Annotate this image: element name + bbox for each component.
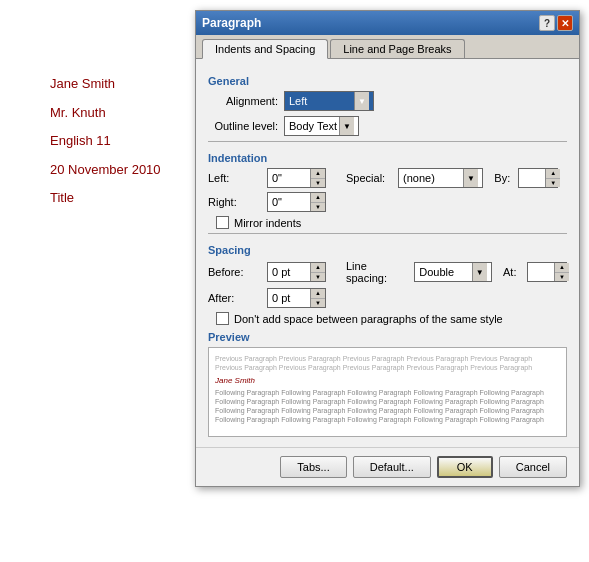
special-dropdown-arrow: ▼ <box>463 169 478 187</box>
dont-add-space-label: Don't add space between paragraphs of th… <box>234 313 503 325</box>
left-spinbox[interactable]: ▲ ▼ <box>267 168 326 188</box>
before-spin-buttons: ▲ ▼ <box>310 263 325 281</box>
by-spin-up[interactable]: ▲ <box>546 169 560 179</box>
tabs-button[interactable]: Tabs... <box>280 456 346 478</box>
left-input[interactable] <box>268 169 310 187</box>
before-spin-up[interactable]: ▲ <box>311 263 325 273</box>
indentation-section: Indentation Left: ▲ ▼ Special: (n <box>208 141 567 229</box>
tab-bar: Indents and Spacing Line and Page Breaks <box>196 35 579 59</box>
line-spacing-col: Line spacing: Double ▼ At: ▲ ▼ <box>346 260 567 284</box>
by-spin-buttons: ▲ ▼ <box>545 169 560 187</box>
right-spinbox[interactable]: ▲ ▼ <box>267 192 326 212</box>
doc-line-2: Mr. Knuth <box>50 99 161 128</box>
outline-dropdown[interactable]: Body Text ▼ <box>284 116 359 136</box>
special-dropdown[interactable]: (none) ▼ <box>398 168 483 188</box>
after-spin-up[interactable]: ▲ <box>311 289 325 299</box>
after-col: After: ▲ ▼ <box>208 288 326 308</box>
doc-line-1: Jane Smith <box>50 70 161 99</box>
special-col: Special: (none) ▼ By: ▲ ▼ <box>346 168 558 188</box>
indentation-section-header: Indentation <box>208 152 567 164</box>
close-button[interactable]: ✕ <box>557 15 573 31</box>
at-spin-buttons: ▲ ▼ <box>554 263 569 281</box>
alignment-row: Alignment: Left ▼ <box>208 91 567 111</box>
right-spin-up[interactable]: ▲ <box>311 193 325 203</box>
before-label: Before: <box>208 266 263 278</box>
after-spinbox[interactable]: ▲ ▼ <box>267 288 326 308</box>
at-label: At: <box>503 266 523 278</box>
at-input[interactable] <box>528 263 554 281</box>
dont-add-space-row: Don't add space between paragraphs of th… <box>216 312 567 325</box>
left-spin-up[interactable]: ▲ <box>311 169 325 179</box>
general-section-header: General <box>208 75 567 87</box>
after-spin-buttons: ▲ ▼ <box>310 289 325 307</box>
line-spacing-dropdown[interactable]: Double ▼ <box>414 262 491 282</box>
preview-container: Preview Previous Paragraph Previous Para… <box>208 331 567 437</box>
right-label: Right: <box>208 196 263 208</box>
spacing-section: Spacing Before: ▲ ▼ Line spacing: <box>208 233 567 325</box>
after-input[interactable] <box>268 289 310 307</box>
cancel-button[interactable]: Cancel <box>499 456 567 478</box>
right-spin-buttons: ▲ ▼ <box>310 193 325 211</box>
before-spin-down[interactable]: ▼ <box>311 273 325 282</box>
title-bar-buttons: ? ✕ <box>539 15 573 31</box>
by-spinbox[interactable]: ▲ ▼ <box>518 168 558 188</box>
mirror-indents-label: Mirror indents <box>234 217 301 229</box>
tab-line-page-breaks[interactable]: Line and Page Breaks <box>330 39 464 58</box>
preview-name-text: Jane Smith <box>215 376 560 385</box>
right-spin-down[interactable]: ▼ <box>311 203 325 212</box>
by-input[interactable] <box>519 169 545 187</box>
title-bar: Paragraph ? ✕ <box>196 11 579 35</box>
paragraph-dialog: Paragraph ? ✕ Indents and Spacing Line a… <box>195 10 580 487</box>
alignment-dropdown-arrow: ▼ <box>354 92 369 110</box>
before-input[interactable] <box>268 263 310 281</box>
after-spin-down[interactable]: ▼ <box>311 299 325 308</box>
right-indent-col: Right: ▲ ▼ <box>208 192 326 212</box>
after-label: After: <box>208 292 263 304</box>
outline-label: Outline level: <box>208 120 278 132</box>
dialog-body: General Alignment: Left ▼ Outline level:… <box>196 59 579 447</box>
right-input[interactable] <box>268 193 310 211</box>
outline-row: Outline level: Body Text ▼ <box>208 116 567 136</box>
doc-line-3: English 11 <box>50 127 161 156</box>
doc-line-4: 20 November 2010 <box>50 156 161 185</box>
alignment-label: Alignment: <box>208 95 278 107</box>
at-spinbox[interactable]: ▲ ▼ <box>527 262 567 282</box>
default-button[interactable]: Default... <box>353 456 431 478</box>
dialog-footer: Tabs... Default... OK Cancel <box>196 447 579 486</box>
left-indent-col: Left: ▲ ▼ <box>208 168 326 188</box>
before-col: Before: ▲ ▼ <box>208 260 326 284</box>
spacing-section-header: Spacing <box>208 244 567 256</box>
by-label: By: <box>494 172 514 184</box>
special-label: Special: <box>346 172 394 184</box>
preview-section-header: Preview <box>208 331 567 343</box>
outline-dropdown-arrow: ▼ <box>339 117 354 135</box>
by-spin-down[interactable]: ▼ <box>546 179 560 188</box>
alignment-dropdown[interactable]: Left ▼ <box>284 91 374 111</box>
dialog-title: Paragraph <box>202 16 261 30</box>
help-button[interactable]: ? <box>539 15 555 31</box>
tab-indents-spacing[interactable]: Indents and Spacing <box>202 39 328 59</box>
doc-line-5: Title <box>50 184 161 213</box>
at-spin-up[interactable]: ▲ <box>555 263 569 273</box>
line-spacing-dropdown-arrow: ▼ <box>472 263 487 281</box>
document-background: Jane Smith Mr. Knuth English 11 20 Novem… <box>0 0 161 213</box>
preview-box: Previous Paragraph Previous Paragraph Pr… <box>208 347 567 437</box>
preview-previous-text: Previous Paragraph Previous Paragraph Pr… <box>215 354 560 372</box>
before-spinbox[interactable]: ▲ ▼ <box>267 262 326 282</box>
preview-following-text: Following Paragraph Following Paragraph … <box>215 388 560 424</box>
left-spin-down[interactable]: ▼ <box>311 179 325 188</box>
mirror-indents-row: Mirror indents <box>216 216 567 229</box>
dont-add-space-checkbox[interactable] <box>216 312 229 325</box>
left-spin-buttons: ▲ ▼ <box>310 169 325 187</box>
at-spin-down[interactable]: ▼ <box>555 273 569 282</box>
mirror-indents-checkbox[interactable] <box>216 216 229 229</box>
ok-button[interactable]: OK <box>437 456 493 478</box>
line-spacing-label: Line spacing: <box>346 260 410 284</box>
left-label: Left: <box>208 172 263 184</box>
